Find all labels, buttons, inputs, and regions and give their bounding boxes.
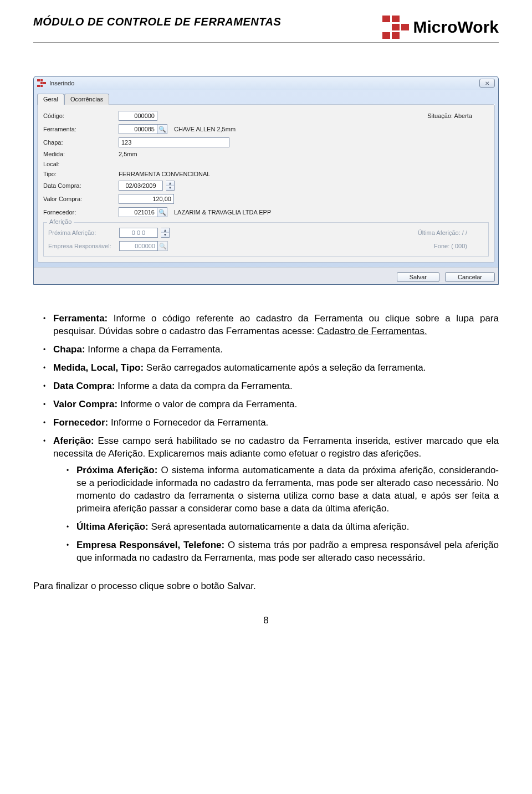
- instruction-body: Informe o código referente ao cadastro d…: [53, 313, 499, 336]
- label-proxima-afericao: Próxima Aferição:: [48, 229, 116, 236]
- tab-ocorrencias[interactable]: Ocorrências: [64, 94, 109, 105]
- ferramenta-lookup-button[interactable]: 🔍: [157, 124, 167, 134]
- instruction-head: Fornecedor:: [53, 417, 108, 428]
- instruction-subitem: Próxima Aferição: O sistema informa auto…: [66, 464, 499, 515]
- tabstrip: Geral Ocorrências: [37, 93, 495, 105]
- salvar-label: Salvar: [410, 274, 427, 280]
- tab-geral-label: Geral: [43, 96, 58, 103]
- label-empresa-responsavel: Empresa Responsável:: [48, 243, 116, 249]
- instruction-item: Valor Compra: Informe o valor de compra …: [43, 398, 499, 411]
- instruction-body: Serão carregados automaticamente após a …: [144, 362, 426, 373]
- data-compra-input[interactable]: 02/03/2009: [119, 181, 163, 191]
- instruction-head: Ferramenta:: [53, 313, 108, 324]
- empresa-responsavel-lookup-button[interactable]: 🔍: [158, 241, 168, 251]
- search-icon: 🔍: [158, 209, 166, 216]
- data-compra-spinner[interactable]: ▲▼: [166, 181, 175, 191]
- document-header: MÓDULO DE CONTROLE DE FERRAMENTAS MicroW…: [33, 0, 499, 43]
- instruction-item: Chapa: Informe a chapa da Ferramenta.: [43, 344, 499, 356]
- ferramenta-code-input[interactable]: 000085: [119, 124, 157, 134]
- instructions: Ferramenta: Informe o código referente a…: [33, 313, 499, 593]
- final-instruction: Para finalizar o processo clique sobre o…: [33, 580, 499, 593]
- app-logo-icon: [37, 79, 46, 87]
- label-codigo: Código:: [43, 112, 115, 119]
- chevron-up-icon: ▲: [166, 181, 174, 186]
- cancelar-button[interactable]: Cancelar: [445, 272, 495, 282]
- window-titlebar: Inserindo ✕: [34, 76, 498, 90]
- instruction-head: Empresa Responsável, Telefone:: [76, 540, 224, 550]
- instruction-item: Data Compra: Informe a data da compra da…: [43, 380, 499, 393]
- cadastro-ferramentas-link[interactable]: Cadastro de Ferramentas.: [317, 326, 427, 336]
- proxima-afericao-spinner[interactable]: ▲▼: [161, 228, 170, 238]
- codigo-input[interactable]: 000000: [119, 111, 157, 121]
- instruction-body: Informe a chapa da Ferramenta.: [85, 344, 223, 355]
- cancelar-label: Cancelar: [458, 274, 482, 280]
- instruction-head: Medida, Local, Tipo:: [53, 362, 144, 373]
- label-ferramenta: Ferramenta:: [43, 126, 115, 132]
- instruction-subitem: Empresa Responsável, Telefone: O sistema…: [66, 539, 499, 565]
- proxima-afericao-input[interactable]: 0 0 0: [119, 228, 158, 238]
- page-number: 8: [33, 615, 499, 626]
- tab-geral[interactable]: Geral: [37, 94, 64, 105]
- chevron-down-icon: ▼: [161, 233, 169, 237]
- window-title: Inserindo: [49, 80, 74, 86]
- label-valor-compra: Valor Compra:: [43, 196, 115, 202]
- instruction-item: Aferição: Esse campo será habilitado se …: [43, 435, 499, 565]
- instruction-body: Informe o valor de compra da Ferramenta.: [117, 399, 297, 409]
- fornecedor-description: LAZARIM & TRAVAGLIA LTDA EPP: [171, 209, 271, 216]
- fone-value: Fone: ( 000): [434, 243, 484, 249]
- label-local: Local:: [43, 161, 115, 167]
- ultima-afericao-value: Última Aferição: / /: [418, 229, 484, 236]
- chevron-up-icon: ▲: [161, 228, 169, 233]
- afericao-legend: Aferição: [47, 218, 74, 225]
- brand: MicroWork: [382, 16, 499, 39]
- close-button[interactable]: ✕: [479, 79, 495, 88]
- instruction-head: Aferição:: [53, 436, 94, 446]
- chevron-down-icon: ▼: [166, 186, 174, 190]
- ferramenta-description: CHAVE ALLEN 2,5mm: [171, 126, 236, 132]
- label-data-compra: Data Compra:: [43, 182, 115, 189]
- label-chapa: Chapa:: [43, 139, 115, 146]
- empresa-responsavel-input[interactable]: 000000: [119, 241, 158, 251]
- instruction-head: Data Compra:: [53, 381, 115, 391]
- search-icon: 🔍: [158, 126, 166, 133]
- valor-compra-input[interactable]: 120,00: [119, 194, 174, 204]
- afericao-fieldset: Aferição Próxima Aferição: 0 0 0 ▲▼ Últi…: [43, 222, 489, 257]
- situacao-value: Situação: Aberta: [427, 112, 489, 119]
- label-tipo: Tipo:: [43, 171, 115, 177]
- instruction-subitem: Última Aferição: Será apresentada automa…: [66, 521, 499, 534]
- instruction-head: Última Aferição:: [76, 521, 149, 532]
- brand-logo-icon: [382, 16, 409, 39]
- instruction-item: Fornecedor: Informe o Fornecedor da Ferr…: [43, 417, 499, 429]
- instruction-body: Informe a data da compra da Ferramenta.: [115, 381, 292, 391]
- instruction-body: Esse campo será habilitado se no cadastr…: [53, 436, 499, 459]
- button-bar: Salvar Cancelar: [34, 267, 498, 284]
- document-title: MÓDULO DE CONTROLE DE FERRAMENTAS: [33, 16, 281, 28]
- tab-ocorrencias-label: Ocorrências: [70, 96, 103, 103]
- label-medida: Medida:: [43, 151, 115, 157]
- salvar-button[interactable]: Salvar: [397, 272, 439, 282]
- instruction-body: Informe o Fornecedor da Ferramenta.: [108, 417, 268, 428]
- label-fornecedor: Fornecedor:: [43, 209, 115, 216]
- app-window: Inserindo ✕ Geral Ocorrências Código: 00…: [33, 76, 499, 285]
- fornecedor-lookup-button[interactable]: 🔍: [157, 207, 167, 217]
- instruction-head: Valor Compra:: [53, 399, 117, 409]
- medida-value: 2,5mm: [119, 151, 137, 157]
- instruction-head: Chapa:: [53, 344, 85, 355]
- search-icon: 🔍: [159, 243, 167, 250]
- tipo-value: FERRAMENTA CONVENCIONAL: [119, 171, 210, 177]
- close-icon: ✕: [485, 80, 489, 86]
- instruction-item: Ferramenta: Informe o código referente a…: [43, 313, 499, 338]
- instruction-body: Será apresentada automaticamente a data …: [149, 521, 410, 532]
- chapa-input[interactable]: 123: [119, 137, 229, 147]
- fornecedor-code-input[interactable]: 021016: [119, 207, 157, 217]
- instruction-item: Medida, Local, Tipo: Serão carregados au…: [43, 362, 499, 375]
- instruction-head: Próxima Aferição:: [76, 465, 157, 475]
- tab-panel-geral: Código: 000000 Situação: Aberta Ferramen…: [37, 104, 495, 263]
- brand-name: MicroWork: [413, 18, 499, 37]
